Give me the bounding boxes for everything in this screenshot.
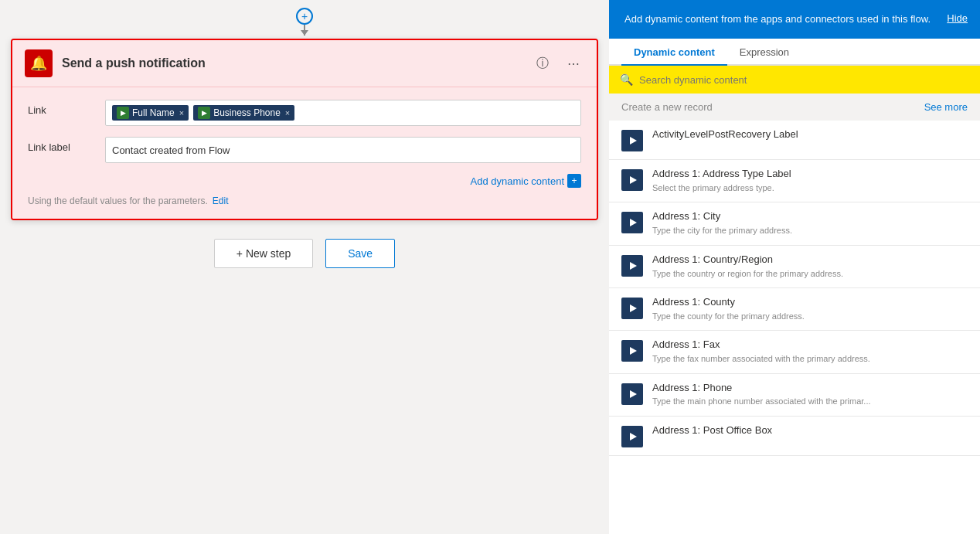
dynamic-item-title-5: Address 1: Fax (652, 338, 870, 352)
connector-top: + (296, 8, 313, 36)
play-icon-3 (630, 262, 637, 270)
dynamic-item-content-0: ActivityLevelPostRecovery Label (652, 128, 798, 141)
link-label-input[interactable] (105, 137, 581, 163)
link-label: Link (28, 100, 105, 116)
right-panel-header: Add dynamic content from the apps and co… (609, 0, 980, 39)
dynamic-item-icon-6 (621, 383, 643, 405)
dynamic-item-content-7: Address 1: Post Office Box (652, 424, 772, 437)
card-header-icon: 🔔 (25, 49, 53, 77)
add-dynamic-content-link[interactable]: Add dynamic content + (471, 174, 581, 188)
add-connector-button[interactable]: + (296, 8, 313, 25)
tab-dynamic-content[interactable]: Dynamic content (621, 39, 727, 66)
token-icon-business-phone: ▶ (198, 107, 210, 119)
play-icon-4 (630, 304, 637, 312)
dynamic-list-item[interactable]: Address 1: City Type the city for the pr… (609, 202, 980, 245)
play-icon-6 (630, 390, 637, 398)
card-title: Send a push notification (62, 56, 532, 70)
search-icon: 🔍 (620, 73, 633, 86)
full-name-token-close[interactable]: × (179, 108, 184, 117)
token-icon-full-name: ▶ (117, 107, 129, 119)
dynamic-list-item[interactable]: Address 1: County Type the county for th… (609, 288, 980, 331)
dynamic-item-desc-4: Type the county for the primary address. (652, 311, 805, 322)
dynamic-item-icon-4 (621, 298, 643, 319)
play-icon-full-name: ▶ (121, 109, 126, 117)
link-row: Link ▶ Full Name × ▶ (28, 100, 581, 126)
dynamic-item-icon-1 (621, 169, 643, 191)
more-icon: ⋯ (567, 56, 580, 71)
edit-link[interactable]: Edit (213, 196, 229, 206)
dynamic-item-title-1: Address 1: Address Type Label (652, 168, 791, 181)
dynamic-item-icon-3 (621, 255, 643, 277)
link-label-row: Link label (28, 137, 581, 163)
new-step-button[interactable]: + New step (214, 239, 313, 268)
link-label-field-label: Link label (28, 137, 105, 153)
play-icon-2 (630, 219, 637, 226)
full-name-token-label: Full Name (132, 107, 175, 118)
dynamic-item-desc-3: Type the country or region for the prima… (652, 268, 843, 280)
see-more-link[interactable]: See more (924, 101, 968, 113)
dynamic-list-item[interactable]: Address 1: Address Type Label Select the… (609, 160, 980, 202)
create-record-label: Create a new record (621, 101, 713, 113)
connector-arrow (304, 25, 305, 36)
default-values-row: Using the default values for the paramet… (28, 196, 581, 206)
dynamic-item-icon-5 (621, 340, 643, 362)
right-panel: Add dynamic content from the apps and co… (609, 0, 980, 534)
full-name-token[interactable]: ▶ Full Name × (112, 105, 189, 121)
link-token-field[interactable]: ▶ Full Name × ▶ Business Phone × (105, 100, 581, 126)
dynamic-item-title-2: Address 1: City (652, 210, 792, 223)
right-panel-description: Add dynamic content from the apps and co… (624, 12, 947, 26)
tab-expression[interactable]: Expression (727, 39, 801, 66)
play-icon-business-phone: ▶ (202, 109, 207, 117)
add-dynamic-label: Add dynamic content (471, 175, 564, 187)
dynamic-item-title-0: ActivityLevelPostRecovery Label (652, 128, 798, 141)
dynamic-item-desc-6: Type the main phone number associated wi… (652, 396, 871, 407)
card-header: 🔔 Send a push notification ⓘ ⋯ (12, 40, 597, 87)
dynamic-item-title-6: Address 1: Phone (652, 382, 871, 395)
dynamic-list-item[interactable]: Address 1: Post Office Box (609, 417, 980, 456)
dynamic-item-title-4: Address 1: County (652, 296, 805, 309)
link-field: ▶ Full Name × ▶ Business Phone × (105, 100, 581, 126)
search-input[interactable] (639, 74, 969, 86)
dynamic-item-content-4: Address 1: County Type the county for th… (652, 296, 805, 322)
dynamic-list-item[interactable]: Address 1: Fax Type the fax number assoc… (609, 331, 980, 373)
add-dynamic-plus-badge: + (567, 174, 581, 188)
save-button[interactable]: Save (325, 239, 395, 268)
play-icon-0 (630, 137, 637, 145)
more-options-button[interactable]: ⋯ (563, 53, 584, 74)
info-icon: ⓘ (536, 56, 549, 72)
left-panel: + 🔔 Send a push notification ⓘ ⋯ Link (0, 0, 609, 534)
dynamic-item-content-1: Address 1: Address Type Label Select the… (652, 168, 791, 194)
play-icon-5 (630, 347, 637, 355)
bottom-actions: + New step Save (214, 239, 395, 268)
add-dynamic-content-row: Add dynamic content + (28, 174, 581, 188)
dynamic-item-content-6: Address 1: Phone Type the main phone num… (652, 382, 871, 408)
dynamic-item-content-5: Address 1: Fax Type the fax number assoc… (652, 338, 870, 365)
dynamic-item-title-7: Address 1: Post Office Box (652, 424, 772, 437)
dynamic-item-content-2: Address 1: City Type the city for the pr… (652, 210, 792, 236)
hide-button[interactable]: Hide (947, 12, 968, 24)
dynamic-content-list: ActivityLevelPostRecovery Label Address … (609, 121, 980, 534)
play-icon-1 (630, 176, 637, 184)
dynamic-item-desc-5: Type the fax number associated with the … (652, 353, 870, 365)
dynamic-item-icon-0 (621, 130, 643, 151)
card-body: Link ▶ Full Name × ▶ (12, 87, 597, 219)
business-phone-token[interactable]: ▶ Business Phone × (193, 105, 294, 121)
dynamic-item-icon-7 (621, 426, 643, 447)
right-panel-tabs: Dynamic content Expression (609, 39, 980, 66)
dynamic-item-icon-2 (621, 212, 643, 233)
play-icon-7 (630, 433, 637, 440)
default-values-text: Using the default values for the paramet… (28, 196, 208, 206)
link-label-field (105, 137, 581, 163)
dynamic-list-item[interactable]: Address 1: Country/Region Type the count… (609, 246, 980, 288)
dynamic-item-desc-1: Select the primary address type. (652, 182, 791, 194)
business-phone-token-label: Business Phone (213, 107, 281, 118)
card-actions: ⓘ ⋯ (532, 53, 584, 74)
push-notification-card: 🔔 Send a push notification ⓘ ⋯ Link (11, 39, 598, 220)
dynamic-list-item[interactable]: ActivityLevelPostRecovery Label (609, 121, 980, 160)
create-record-bar: Create a new record See more (609, 94, 980, 121)
business-phone-token-close[interactable]: × (285, 108, 290, 117)
search-bar: 🔍 (609, 66, 980, 94)
dynamic-list-item[interactable]: Address 1: Phone Type the main phone num… (609, 374, 980, 417)
dynamic-item-title-3: Address 1: Country/Region (652, 253, 843, 267)
info-button[interactable]: ⓘ (532, 53, 553, 74)
